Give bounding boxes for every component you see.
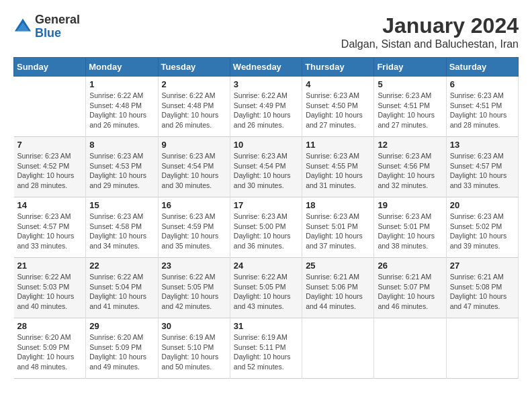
calendar-cell: 7Sunrise: 6:23 AMSunset: 4:52 PMDaylight…: [14, 137, 86, 197]
calendar-cell: 14Sunrise: 6:23 AMSunset: 4:57 PMDayligh…: [14, 197, 86, 258]
day-number: 10: [234, 140, 298, 150]
day-detail: Sunrise: 6:23 AMSunset: 4:51 PMDaylight:…: [378, 91, 442, 130]
header-monday: Monday: [86, 58, 158, 77]
day-number: 27: [450, 261, 515, 271]
calendar-cell: 16Sunrise: 6:23 AMSunset: 4:59 PMDayligh…: [158, 197, 230, 258]
calendar-cell: 23Sunrise: 6:22 AMSunset: 5:05 PMDayligh…: [158, 258, 230, 318]
day-number: 23: [162, 261, 226, 271]
logo: General Blue: [13, 13, 80, 40]
day-number: 31: [234, 321, 298, 331]
calendar-cell: [446, 318, 518, 379]
day-number: 20: [450, 200, 515, 210]
day-number: 2: [162, 79, 226, 89]
day-number: 5: [378, 79, 442, 89]
day-number: 28: [17, 321, 83, 331]
day-detail: Sunrise: 6:23 AMSunset: 4:57 PMDaylight:…: [450, 151, 515, 191]
header-sunday: Sunday: [14, 58, 86, 77]
day-number: 22: [89, 261, 154, 271]
day-detail: Sunrise: 6:23 AMSunset: 4:51 PMDaylight:…: [450, 91, 515, 130]
calendar-cell: 20Sunrise: 6:23 AMSunset: 5:02 PMDayligh…: [446, 197, 518, 258]
calendar-cell: 27Sunrise: 6:21 AMSunset: 5:08 PMDayligh…: [446, 258, 518, 318]
calendar-cell: 30Sunrise: 6:19 AMSunset: 5:10 PMDayligh…: [158, 318, 230, 379]
calendar-cell: 9Sunrise: 6:23 AMSunset: 4:54 PMDaylight…: [158, 137, 230, 197]
day-detail: Sunrise: 6:22 AMSunset: 5:05 PMDaylight:…: [162, 272, 226, 312]
day-detail: Sunrise: 6:23 AMSunset: 4:54 PMDaylight:…: [162, 151, 226, 191]
day-detail: Sunrise: 6:23 AMSunset: 4:54 PMDaylight:…: [234, 151, 298, 191]
day-detail: Sunrise: 6:22 AMSunset: 5:04 PMDaylight:…: [89, 272, 154, 312]
calendar-cell: 2Sunrise: 6:22 AMSunset: 4:48 PMDaylight…: [158, 77, 230, 137]
calendar-cell: [302, 318, 374, 379]
calendar-cell: 11Sunrise: 6:23 AMSunset: 4:55 PMDayligh…: [302, 137, 374, 197]
calendar-cell: 18Sunrise: 6:23 AMSunset: 5:01 PMDayligh…: [302, 197, 374, 258]
calendar-cell: 19Sunrise: 6:23 AMSunset: 5:01 PMDayligh…: [374, 197, 446, 258]
day-detail: Sunrise: 6:22 AMSunset: 4:49 PMDaylight:…: [234, 91, 298, 130]
day-number: 19: [378, 200, 442, 210]
day-detail: Sunrise: 6:23 AMSunset: 4:56 PMDaylight:…: [378, 151, 442, 191]
calendar-cell: 3Sunrise: 6:22 AMSunset: 4:49 PMDaylight…: [230, 77, 302, 137]
calendar-cell: 13Sunrise: 6:23 AMSunset: 4:57 PMDayligh…: [446, 137, 518, 197]
calendar-cell: 26Sunrise: 6:21 AMSunset: 5:07 PMDayligh…: [374, 258, 446, 318]
calendar-cell: 24Sunrise: 6:22 AMSunset: 5:05 PMDayligh…: [230, 258, 302, 318]
day-detail: Sunrise: 6:19 AMSunset: 5:11 PMDaylight:…: [234, 332, 298, 372]
day-number: 15: [89, 200, 154, 210]
calendar-cell: [14, 77, 86, 137]
day-detail: Sunrise: 6:23 AMSunset: 4:52 PMDaylight:…: [17, 151, 83, 191]
logo-text: General Blue: [35, 13, 80, 40]
day-detail: Sunrise: 6:20 AMSunset: 5:09 PMDaylight:…: [89, 332, 154, 372]
day-detail: Sunrise: 6:23 AMSunset: 5:00 PMDaylight:…: [234, 212, 298, 251]
calendar-cell: [374, 318, 446, 379]
day-number: 7: [17, 140, 83, 150]
calendar-cell: 12Sunrise: 6:23 AMSunset: 4:56 PMDayligh…: [374, 137, 446, 197]
day-detail: Sunrise: 6:21 AMSunset: 5:07 PMDaylight:…: [378, 272, 442, 312]
calendar-cell: 5Sunrise: 6:23 AMSunset: 4:51 PMDaylight…: [374, 77, 446, 137]
title-section: January 2024 Dalgan, Sistan and Baluches…: [341, 13, 519, 50]
day-number: 9: [162, 140, 226, 150]
day-detail: Sunrise: 6:21 AMSunset: 5:06 PMDaylight:…: [306, 272, 370, 312]
day-detail: Sunrise: 6:23 AMSunset: 4:57 PMDaylight:…: [17, 212, 83, 251]
day-number: 17: [234, 200, 298, 210]
day-detail: Sunrise: 6:20 AMSunset: 5:09 PMDaylight:…: [17, 332, 83, 372]
day-detail: Sunrise: 6:19 AMSunset: 5:10 PMDaylight:…: [162, 332, 226, 372]
calendar-week-row: 7Sunrise: 6:23 AMSunset: 4:52 PMDaylight…: [14, 137, 519, 197]
month-year-title: January 2024: [341, 13, 519, 38]
header-friday: Friday: [374, 58, 446, 77]
day-number: 30: [162, 321, 226, 331]
calendar-cell: 1Sunrise: 6:22 AMSunset: 4:48 PMDaylight…: [86, 77, 158, 137]
day-number: 13: [450, 140, 515, 150]
day-number: 24: [234, 261, 298, 271]
day-number: 14: [17, 200, 83, 210]
header-wednesday: Wednesday: [230, 58, 302, 77]
calendar-table: SundayMondayTuesdayWednesdayThursdayFrid…: [13, 57, 519, 379]
day-detail: Sunrise: 6:23 AMSunset: 4:53 PMDaylight:…: [89, 151, 154, 191]
logo-general-text: General: [35, 13, 80, 27]
header-saturday: Saturday: [446, 58, 518, 77]
day-number: 8: [89, 140, 154, 150]
day-number: 3: [234, 79, 298, 89]
day-detail: Sunrise: 6:23 AMSunset: 4:59 PMDaylight:…: [162, 212, 226, 251]
calendar-cell: 29Sunrise: 6:20 AMSunset: 5:09 PMDayligh…: [86, 318, 158, 379]
day-detail: Sunrise: 6:22 AMSunset: 5:03 PMDaylight:…: [17, 272, 83, 312]
day-number: 26: [378, 261, 442, 271]
day-detail: Sunrise: 6:23 AMSunset: 4:55 PMDaylight:…: [306, 151, 370, 191]
calendar-cell: 31Sunrise: 6:19 AMSunset: 5:11 PMDayligh…: [230, 318, 302, 379]
logo-icon: [13, 17, 32, 36]
calendar-cell: 17Sunrise: 6:23 AMSunset: 5:00 PMDayligh…: [230, 197, 302, 258]
day-number: 6: [450, 79, 515, 89]
logo-blue-text: Blue: [35, 27, 80, 40]
day-detail: Sunrise: 6:21 AMSunset: 5:08 PMDaylight:…: [450, 272, 515, 312]
day-detail: Sunrise: 6:23 AMSunset: 5:01 PMDaylight:…: [306, 212, 370, 251]
header-tuesday: Tuesday: [158, 58, 230, 77]
day-detail: Sunrise: 6:22 AMSunset: 5:05 PMDaylight:…: [234, 272, 298, 312]
calendar-week-row: 14Sunrise: 6:23 AMSunset: 4:57 PMDayligh…: [14, 197, 519, 258]
day-detail: Sunrise: 6:23 AMSunset: 4:58 PMDaylight:…: [89, 212, 154, 251]
day-number: 18: [306, 200, 370, 210]
day-number: 16: [162, 200, 226, 210]
calendar-cell: 21Sunrise: 6:22 AMSunset: 5:03 PMDayligh…: [14, 258, 86, 318]
day-number: 25: [306, 261, 370, 271]
calendar-cell: 4Sunrise: 6:23 AMSunset: 4:50 PMDaylight…: [302, 77, 374, 137]
day-number: 4: [306, 79, 370, 89]
header-thursday: Thursday: [302, 58, 374, 77]
page-header: General Blue January 2024 Dalgan, Sistan…: [13, 13, 519, 50]
calendar-cell: 22Sunrise: 6:22 AMSunset: 5:04 PMDayligh…: [86, 258, 158, 318]
day-number: 29: [89, 321, 154, 331]
